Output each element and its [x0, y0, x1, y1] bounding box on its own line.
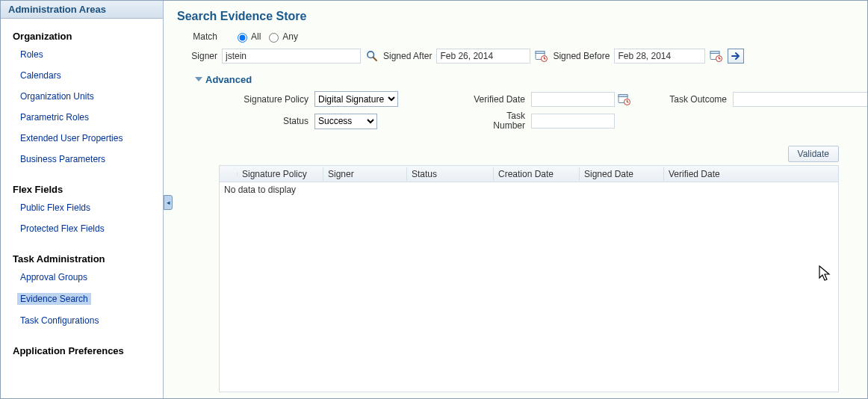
validate-button[interactable]: Validate — [788, 146, 839, 162]
verified-date-label: Verified Date — [441, 94, 531, 105]
col-signer[interactable]: Signer — [323, 167, 407, 181]
app-viewport: Administration Areas Organization Roles … — [0, 0, 868, 399]
match-label: Match — [187, 31, 217, 42]
sidebar-title: Administration Areas — [1, 1, 163, 19]
match-row: Match All Any — [187, 31, 868, 43]
table-header-handle — [220, 173, 238, 176]
status-label: Status — [195, 116, 314, 126]
nav-item-protected-flex-fields[interactable]: Protected Flex Fields — [20, 223, 105, 234]
signature-policy-label: Signature Policy — [195, 94, 314, 105]
nav-item-extended-user-properties[interactable]: Extended User Properties — [20, 133, 123, 143]
col-verified-date[interactable]: Verified Date — [664, 167, 838, 181]
status-select[interactable]: Success — [314, 114, 377, 129]
sidebar-body: Organization Roles Calendars Organizatio… — [1, 19, 163, 398]
nav-item-calendars[interactable]: Calendars — [20, 70, 61, 81]
task-outcome-label: Task Outcome — [643, 94, 733, 105]
main-area: Administration Areas Organization Roles … — [1, 1, 868, 398]
calendar-icon-verified[interactable] — [618, 93, 631, 106]
task-number-label: TaskNumber — [441, 111, 531, 131]
signed-after-input[interactable] — [436, 49, 530, 64]
content-area: Search Evidence Store Match All Any Sign… — [164, 1, 868, 398]
verified-date-input[interactable] — [531, 92, 615, 107]
results-table: Signature Policy Signer Status Creation … — [219, 165, 839, 392]
match-all-radio[interactable]: All — [234, 31, 261, 43]
nav-section-flex-fields: Flex Fields — [13, 184, 151, 195]
table-header-row: Signature Policy Signer Status Creation … — [220, 166, 838, 182]
nav-item-roles[interactable]: Roles — [20, 49, 43, 60]
nav-item-evidence-search[interactable]: Evidence Search — [17, 293, 91, 305]
match-any-label: Any — [282, 31, 298, 42]
calendar-icon-before[interactable] — [710, 49, 723, 63]
signed-before-input[interactable] — [614, 49, 705, 64]
nav-item-organization-units[interactable]: Organization Units — [20, 91, 94, 102]
search-row: Signer Signed After Signed Before — [187, 49, 868, 64]
nav-item-task-configurations[interactable]: Task Configurations — [20, 315, 99, 326]
svg-rect-8 — [710, 52, 719, 54]
match-all-label: All — [251, 31, 261, 42]
search-icon[interactable] — [365, 49, 379, 63]
nav-section-task-administration: Task Administration — [13, 253, 151, 265]
svg-line-1 — [373, 58, 377, 61]
task-outcome-input[interactable] — [733, 92, 868, 107]
match-any-radio[interactable]: Any — [265, 31, 298, 43]
advanced-label: Advanced — [205, 74, 252, 85]
nav-section-organization: Organization — [13, 31, 151, 42]
nav-item-public-flex-fields[interactable]: Public Flex Fields — [20, 202, 90, 213]
disclosure-icon — [195, 77, 202, 81]
signature-policy-select[interactable]: Digital Signature — [314, 91, 398, 107]
nav-item-approval-groups[interactable]: Approval Groups — [20, 272, 87, 282]
match-any-input[interactable] — [269, 33, 279, 43]
page-title: Search Evidence Store — [177, 10, 868, 23]
signer-label: Signer — [187, 51, 217, 61]
svg-rect-3 — [536, 52, 545, 54]
col-creation-date[interactable]: Creation Date — [494, 167, 580, 181]
calendar-icon-after[interactable] — [535, 49, 548, 63]
match-all-input[interactable] — [238, 33, 247, 43]
validate-row: Validate — [177, 146, 839, 162]
svg-rect-13 — [619, 94, 627, 96]
nav-item-business-parameters[interactable]: Business Parameters — [20, 154, 105, 164]
task-number-input[interactable] — [531, 114, 615, 129]
col-signed-date[interactable]: Signed Date — [580, 167, 664, 181]
signer-input[interactable] — [222, 49, 361, 64]
signed-after-label: Signed After — [383, 51, 432, 61]
sidebar-collapse-handle[interactable]: ◂ — [164, 195, 173, 210]
advanced-toggle[interactable]: Advanced — [195, 74, 868, 85]
col-signature-policy[interactable]: Signature Policy — [238, 167, 323, 181]
sidebar: Administration Areas Organization Roles … — [1, 1, 164, 398]
advanced-body: Signature Policy Digital Signature Verif… — [195, 91, 868, 131]
go-button[interactable] — [728, 49, 744, 64]
table-empty-message: No data to display — [220, 182, 838, 197]
nav-section-application-preferences: Application Preferences — [13, 345, 151, 356]
signed-before-label: Signed Before — [553, 51, 610, 61]
nav-item-parametric-roles[interactable]: Parametric Roles — [20, 112, 89, 123]
col-status[interactable]: Status — [407, 167, 494, 181]
